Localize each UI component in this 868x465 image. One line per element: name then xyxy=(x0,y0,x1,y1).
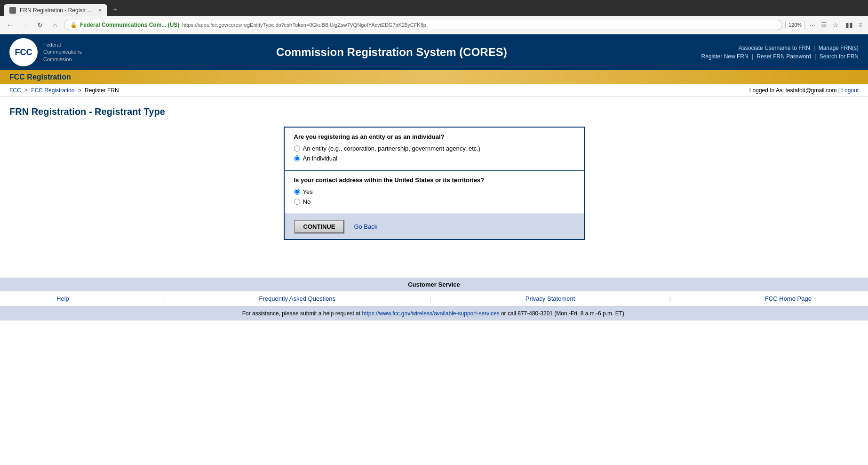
header-nav-links: Associate Username to FRN | Manage FRN(s… xyxy=(701,45,859,60)
footer-assistance-url[interactable]: https://www.fcc.gov/wireless/available-s… xyxy=(362,310,499,317)
footer-fcc-home-link[interactable]: FCC Home Page xyxy=(765,295,812,302)
yes-label[interactable]: Yes xyxy=(303,188,313,195)
fcc-header: FCC Federal Communications Commission Co… xyxy=(0,34,868,70)
form-option-yes: Yes xyxy=(294,188,574,195)
main-content: FRN Registration - Registrant Type Are y… xyxy=(0,97,868,249)
org-line1: Federal xyxy=(43,42,61,48)
breadcrumb-fcc-registration[interactable]: FCC Registration xyxy=(31,87,74,94)
toolbar-icons: ··· ☰ ☆ xyxy=(808,20,841,30)
form-section-address: Is your contact address within the Unite… xyxy=(285,170,584,214)
breadcrumb-current: Register FRN xyxy=(85,87,119,94)
search-for-frn-link[interactable]: Search for FRN xyxy=(820,53,859,60)
entity-label[interactable]: An entity (e.g., corporation, partnershi… xyxy=(303,145,481,152)
register-new-frn-link[interactable]: Register New FRN xyxy=(701,53,749,60)
reset-frn-password-link[interactable]: Reset FRN Password xyxy=(757,53,811,60)
page-heading: FRN Registration - Registrant Type xyxy=(9,106,859,117)
form-option-entity: An entity (e.g., corporation, partnershi… xyxy=(294,145,574,152)
no-label[interactable]: No xyxy=(303,198,311,205)
yes-radio[interactable] xyxy=(294,189,300,195)
breadcrumb: FCC > FCC Registration > Register FRN xyxy=(9,87,119,94)
form-footer: CONTINUE Go Back xyxy=(285,214,584,239)
active-tab[interactable]: FRN Registration - Registrant T... × xyxy=(4,4,107,16)
breadcrumb-bar: FCC > FCC Registration > Register FRN Lo… xyxy=(0,84,868,97)
footer-assistance-phone: or call 877-480-3201 (Mon.-Fri. 8 a.m.-6… xyxy=(501,310,626,317)
page-content: FCC Federal Communications Commission Co… xyxy=(0,34,868,321)
form-option-no: No xyxy=(294,198,574,205)
home-button[interactable]: ⌂ xyxy=(49,19,61,31)
tab-bar: FRN Registration - Registrant T... × + xyxy=(4,3,864,16)
fcc-registration-link[interactable]: FCC Registration xyxy=(9,73,71,81)
logout-link[interactable]: Logout xyxy=(841,87,859,94)
fcc-logo-area: FCC Federal Communications Commission xyxy=(9,38,82,66)
logged-in-label: Logged In As: xyxy=(749,87,784,94)
gold-bar: FCC Registration xyxy=(0,70,868,84)
more-tools-button[interactable]: ··· xyxy=(808,20,817,30)
page-footer: Customer Service Help | Frequently Asked… xyxy=(0,278,868,321)
individual-label[interactable]: An individual xyxy=(303,155,338,162)
new-tab-button[interactable]: + xyxy=(108,3,122,16)
tab-close-button[interactable]: × xyxy=(98,7,102,14)
header-nav-row2: Register New FRN | Reset FRN Password | … xyxy=(701,53,859,60)
forward-button[interactable]: → xyxy=(19,19,31,31)
fcc-org-name: Federal Communications Commission xyxy=(43,41,82,63)
org-line3: Commission xyxy=(43,56,72,62)
form-box: Are you registering as an entity or as a… xyxy=(284,127,585,240)
footer-faq-link[interactable]: Frequently Asked Questions xyxy=(259,295,335,302)
footer-customer-service-header: Customer Service xyxy=(0,278,868,291)
browser-toolbar: ← → ↻ ⌂ 🔒 Federal Communications Com... … xyxy=(0,16,868,34)
bookmark-button[interactable]: ☆ xyxy=(831,20,841,30)
no-radio[interactable] xyxy=(294,199,300,205)
form-question-1: Are you registering as an entity or as a… xyxy=(294,133,574,140)
form-question-2: Is your contact address within the Unite… xyxy=(294,176,574,184)
system-title: Commission Registration System (CORES) xyxy=(82,46,701,59)
footer-assistance: For assistance, please submit a help req… xyxy=(0,306,868,321)
logged-in-info: Logged In As: testafoit@gmail.com | Logo… xyxy=(749,87,859,94)
reader-view-button[interactable]: ☰ xyxy=(819,20,829,30)
footer-privacy-link[interactable]: Privacy Statement xyxy=(526,295,575,302)
header-nav-row1: Associate Username to FRN | Manage FRN(s… xyxy=(701,45,859,51)
browser-menu: ▮▮ ≡ xyxy=(844,20,864,30)
back-button[interactable]: ← xyxy=(4,19,16,31)
tab-favicon xyxy=(9,7,16,14)
tab-title: FRN Registration - Registrant T... xyxy=(20,7,94,14)
associate-username-link[interactable]: Associate Username to FRN xyxy=(739,45,810,51)
continue-button[interactable]: CONTINUE xyxy=(294,220,345,233)
fcc-logo-text: FCC xyxy=(15,48,32,57)
footer-help-link[interactable]: Help xyxy=(56,295,69,302)
address-bar[interactable]: 🔒 Federal Communications Com... (US) htt… xyxy=(64,20,782,30)
logged-in-email: testafoit@gmail.com xyxy=(786,87,837,94)
url-text: https://apps.fcc.gov/cores/regEntityType… xyxy=(182,22,776,28)
org-line2: Communications xyxy=(43,49,82,55)
fcc-logo: FCC xyxy=(9,38,38,66)
browser-more-button[interactable]: ≡ xyxy=(857,20,864,30)
manage-frn-link[interactable]: Manage FRN(s) xyxy=(819,45,859,51)
zoom-level: 120% xyxy=(785,21,805,29)
go-back-link[interactable]: Go Back xyxy=(354,223,377,230)
refresh-button[interactable]: ↻ xyxy=(34,19,46,31)
individual-radio[interactable] xyxy=(294,155,300,161)
browser-chrome: FRN Registration - Registrant T... × + xyxy=(0,0,868,16)
form-section-entity: Are you registering as an entity or as a… xyxy=(285,128,584,170)
lock-icon: 🔒 xyxy=(70,22,77,28)
footer-assistance-text: For assistance, please submit a help req… xyxy=(242,310,360,317)
sidebar-button[interactable]: ▮▮ xyxy=(844,20,855,30)
entity-radio[interactable] xyxy=(294,145,300,152)
site-info: Federal Communications Com... (US) xyxy=(80,22,179,28)
form-option-individual: An individual xyxy=(294,155,574,162)
breadcrumb-fcc[interactable]: FCC xyxy=(9,87,21,94)
footer-links: Help | Frequently Asked Questions | Priv… xyxy=(0,291,868,306)
